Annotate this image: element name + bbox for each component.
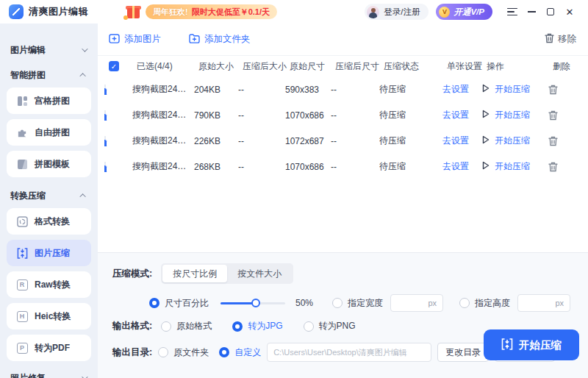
width-radio[interactable] bbox=[332, 298, 343, 308]
orig-dim: 1072x687 bbox=[285, 136, 331, 146]
titlebar: 清爽图片编辑 周年狂欢! 限时大促低至￥0.1/天 登录/注册 V 开通V/P … bbox=[0, 0, 588, 24]
file-name: 搜狗截图24年0... bbox=[132, 109, 194, 121]
row-checkbox[interactable]: ✓ bbox=[104, 88, 107, 95]
minimize-button[interactable] bbox=[522, 2, 541, 21]
width-input[interactable]: px bbox=[390, 294, 443, 312]
play-icon[interactable] bbox=[482, 110, 490, 121]
select-all-checkbox[interactable]: ✓ bbox=[109, 61, 119, 71]
header-orig-dim: 原始尺寸 bbox=[290, 60, 335, 73]
remove-button[interactable]: 移除 bbox=[545, 33, 576, 46]
format-png-radio[interactable] bbox=[304, 321, 314, 332]
percent-slider[interactable] bbox=[220, 298, 285, 308]
percent-radio[interactable] bbox=[149, 298, 159, 308]
play-icon[interactable] bbox=[482, 161, 490, 172]
thumbnail: ✓ bbox=[104, 110, 106, 121]
gift-icon[interactable] bbox=[123, 4, 143, 20]
status: 待压缩 bbox=[379, 109, 442, 121]
avatar bbox=[367, 6, 379, 18]
promo-banner[interactable]: 周年狂欢! 限时大促低至￥0.1/天 bbox=[146, 4, 277, 19]
sidebar-item-format-convert[interactable]: 格式转换 bbox=[7, 208, 91, 235]
orig-dim: 1070x686 bbox=[285, 162, 331, 172]
chevron-up-icon bbox=[79, 73, 85, 79]
grid-collage-icon bbox=[16, 95, 28, 107]
start-compress-link[interactable]: 开始压缩 bbox=[495, 83, 530, 96]
delete-row-icon[interactable] bbox=[548, 110, 584, 121]
go-settings-link[interactable]: 去设置 bbox=[442, 160, 482, 173]
sidebar-section-convert-compress[interactable]: 转换压缩 bbox=[7, 188, 91, 203]
row-checkbox[interactable]: ✓ bbox=[104, 165, 107, 172]
row-checkbox[interactable]: ✓ bbox=[104, 113, 107, 121]
compress-icon bbox=[501, 338, 513, 352]
puzzle-icon bbox=[16, 126, 28, 138]
close-button[interactable]: ✕ bbox=[560, 2, 579, 21]
dir-custom-radio[interactable] bbox=[219, 347, 229, 357]
header-comp-dim: 压缩后尺寸 bbox=[335, 60, 384, 73]
comp-dim: -- bbox=[331, 110, 379, 121]
go-settings-link[interactable]: 去设置 bbox=[442, 109, 482, 121]
file-name: 搜狗截图24年0... bbox=[132, 135, 194, 147]
height-input[interactable]: px bbox=[517, 294, 570, 312]
delete-row-icon[interactable] bbox=[548, 85, 584, 95]
vip-button[interactable]: V 开通V/P bbox=[436, 4, 492, 20]
table-row: ✓ 搜狗截图24年0... 790KB -- 1070x686 -- 待压缩 去… bbox=[98, 102, 588, 128]
sidebar-section-image-edit[interactable]: 图片编辑 bbox=[7, 43, 91, 57]
sidebar-item-to-pdf[interactable]: P 转为PDF bbox=[7, 335, 91, 361]
compress-icon bbox=[16, 247, 28, 259]
sidebar-item-free-collage[interactable]: 自由拼图 bbox=[7, 119, 91, 146]
slider-knob[interactable] bbox=[251, 299, 260, 307]
delete-row-icon[interactable] bbox=[548, 162, 584, 172]
sidebar-item-raw-convert[interactable]: R Raw转换 bbox=[7, 271, 91, 298]
add-image-icon bbox=[109, 34, 120, 46]
app-logo-icon bbox=[9, 4, 24, 19]
start-compress-link[interactable]: 开始压缩 bbox=[495, 160, 530, 173]
app-title: 清爽图片编辑 bbox=[29, 5, 88, 18]
go-settings-link[interactable]: 去设置 bbox=[442, 83, 482, 96]
output-dir-label: 输出目录: bbox=[112, 346, 152, 359]
compress-mode-segmented: 按尺寸比例 按文件大小 bbox=[161, 263, 293, 284]
sidebar-item-heic-convert[interactable]: H Heic转换 bbox=[7, 303, 91, 329]
format-jpg-radio[interactable] bbox=[232, 321, 243, 332]
comp-size: -- bbox=[238, 110, 285, 121]
dir-original-label: 原文件夹 bbox=[173, 346, 209, 359]
dir-original-radio[interactable] bbox=[158, 347, 168, 357]
start-compress-link[interactable]: 开始压缩 bbox=[495, 109, 530, 121]
orig-dim: 590x383 bbox=[285, 85, 331, 95]
thumbnail: ✓ bbox=[104, 85, 106, 95]
file-toolbar: 添加图片 添加文件夹 移除 bbox=[98, 24, 588, 56]
vip-label: 开通V/P bbox=[453, 7, 484, 18]
sidebar-item-grid-collage[interactable]: 宫格拼图 bbox=[7, 88, 91, 114]
change-dir-button[interactable]: 更改目录 bbox=[437, 343, 489, 362]
raw-icon: R bbox=[16, 279, 28, 290]
orig-size: 204KB bbox=[194, 85, 238, 95]
sidebar-item-collage-template[interactable]: 拼图模板 bbox=[7, 151, 91, 177]
sidebar-section-photo-repair[interactable]: 照片修复 bbox=[7, 371, 91, 378]
start-compress-button[interactable]: 开始压缩 bbox=[484, 329, 579, 360]
sidebar-section-smart-collage[interactable]: 智能拼图 bbox=[7, 68, 91, 82]
add-image-button[interactable]: 添加图片 bbox=[109, 33, 161, 46]
comp-size: -- bbox=[238, 162, 285, 172]
go-settings-link[interactable]: 去设置 bbox=[442, 135, 482, 147]
promo-title: 周年狂欢! bbox=[153, 7, 188, 18]
height-radio[interactable] bbox=[459, 298, 470, 308]
row-checkbox[interactable]: ✓ bbox=[104, 139, 107, 146]
start-compress-link[interactable]: 开始压缩 bbox=[495, 135, 530, 147]
width-label: 指定宽度 bbox=[348, 297, 383, 310]
play-icon[interactable] bbox=[482, 84, 490, 95]
output-path-input[interactable]: C:\Users\User\Desktop\清爽图片编辑 bbox=[267, 343, 431, 362]
chevron-up-icon bbox=[79, 193, 85, 199]
delete-row-icon[interactable] bbox=[548, 136, 584, 146]
mode-by-ratio-tab[interactable]: 按尺寸比例 bbox=[162, 265, 227, 282]
format-original-radio[interactable] bbox=[161, 321, 171, 332]
format-original-label: 原始格式 bbox=[176, 320, 212, 332]
app-window: 清爽图片编辑 周年狂欢! 限时大促低至￥0.1/天 登录/注册 V 开通V/P … bbox=[0, 0, 588, 378]
menu-icon[interactable] bbox=[503, 2, 522, 21]
orig-size: 226KB bbox=[194, 136, 238, 146]
login-button[interactable]: 登录/注册 bbox=[365, 4, 429, 20]
sidebar-item-image-compress[interactable]: 图片压缩 bbox=[7, 240, 91, 266]
mode-by-size-tab[interactable]: 按文件大小 bbox=[227, 265, 292, 282]
maximize-button[interactable] bbox=[541, 2, 560, 21]
add-folder-button[interactable]: 添加文件夹 bbox=[189, 33, 251, 46]
comp-size: -- bbox=[238, 85, 285, 95]
height-label: 指定高度 bbox=[475, 297, 510, 310]
play-icon[interactable] bbox=[482, 135, 490, 146]
